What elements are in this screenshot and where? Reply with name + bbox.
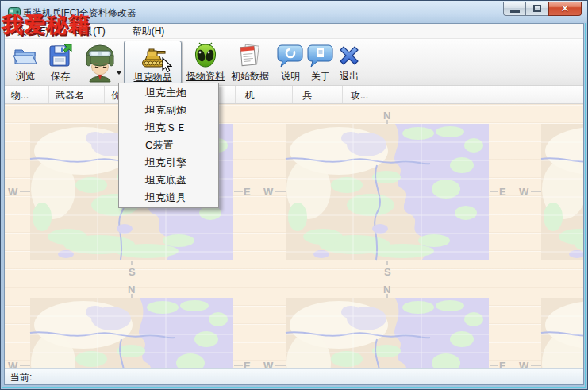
- tank-items-button[interactable]: 坦克物品: [124, 41, 182, 84]
- window-frame-accent: [585, 23, 586, 387]
- toolbar: 浏览 保存 坦克物品 怪物资料 初始数据: [5, 39, 583, 86]
- exit-button[interactable]: 退出: [333, 41, 365, 84]
- initial-data-button[interactable]: 初始数据: [229, 41, 271, 84]
- map-tile: [259, 110, 515, 284]
- documents-icon: [236, 42, 263, 69]
- save-icon: [47, 42, 74, 69]
- initial-data-label: 初始数据: [229, 70, 271, 83]
- window-frame-accent: [2, 387, 586, 388]
- save-button[interactable]: 保存: [43, 41, 78, 84]
- column-header-attack[interactable]: 攻...: [343, 86, 386, 103]
- help-bubble-icon: [277, 42, 304, 69]
- save-label: 保存: [43, 70, 78, 83]
- about-bubble-icon: [307, 42, 334, 69]
- menu-item-c-device[interactable]: C装置: [119, 137, 218, 154]
- open-folder-icon: [12, 42, 39, 69]
- menu-item-tank-main-cannon[interactable]: 坦克主炮: [119, 84, 218, 102]
- item-list-area[interactable]: [5, 104, 583, 369]
- menu-item-tank-chassis[interactable]: 坦克底盘: [119, 172, 218, 189]
- menubar: 文件(F) 工具(T) 帮助(H): [5, 24, 583, 39]
- status-text: 当前:: [10, 372, 32, 383]
- monster-icon: [192, 42, 219, 69]
- instructions-button[interactable]: 说明: [276, 41, 305, 84]
- browse-label: 浏览: [8, 70, 43, 83]
- about-label: 关于: [306, 70, 335, 83]
- monster-data-label: 怪物资料: [184, 70, 227, 83]
- minimize-button[interactable]: [503, 2, 526, 16]
- exit-cross-icon: [336, 42, 363, 69]
- column-header-machine[interactable]: 机: [236, 86, 293, 103]
- exit-label: 退出: [333, 70, 365, 83]
- menu-item-tank-se[interactable]: 坦克ＳＥ: [119, 119, 218, 137]
- mouse-cursor-icon: [162, 57, 172, 73]
- column-header-item[interactable]: 物...: [5, 86, 49, 103]
- pilot-avatar-icon: [82, 42, 118, 83]
- client-area: 文件(F) 工具(T) 帮助(H) 浏览 保存 坦克物品: [4, 23, 584, 385]
- table-header: 物... 武器名 价... 机 兵 攻...: [5, 86, 583, 104]
- map-tile: [259, 284, 515, 369]
- map-tile: [5, 284, 259, 369]
- column-header-weapon-name[interactable]: 武器名: [49, 86, 105, 103]
- watermark-text: 我爱秘籍: [2, 10, 90, 39]
- map-tile: [515, 284, 583, 369]
- minimize-icon: [510, 10, 520, 13]
- maximize-icon: [533, 5, 541, 12]
- monster-data-button[interactable]: 怪物资料: [184, 41, 227, 84]
- pilot-avatar-button[interactable]: [79, 41, 121, 84]
- menu-item-tank-engine[interactable]: 坦克引擎: [119, 154, 218, 172]
- tank-items-dropdown-menu: 坦克主炮 坦克副炮 坦克ＳＥ C装置 坦克引擎 坦克底盘 坦克道具: [118, 83, 219, 208]
- column-header-filler: [386, 86, 583, 103]
- maximize-button[interactable]: [526, 2, 548, 16]
- map-tile: [515, 110, 583, 284]
- menu-help[interactable]: 帮助(H): [125, 23, 173, 40]
- close-icon: ✕: [561, 3, 570, 14]
- about-button[interactable]: 关于: [306, 41, 335, 84]
- chevron-down-icon[interactable]: [116, 71, 122, 75]
- browse-button[interactable]: 浏览: [8, 41, 43, 84]
- close-button[interactable]: ✕: [548, 2, 582, 16]
- status-bar: 当前:: [5, 368, 583, 384]
- menu-item-tank-sub-cannon[interactable]: 坦克副炮: [119, 102, 218, 119]
- menu-item-tank-tools[interactable]: 坦克道具: [119, 189, 218, 207]
- app-window: N S W E: [0, 0, 588, 390]
- column-header-soldier[interactable]: 兵: [293, 86, 343, 103]
- instructions-label: 说明: [276, 70, 305, 83]
